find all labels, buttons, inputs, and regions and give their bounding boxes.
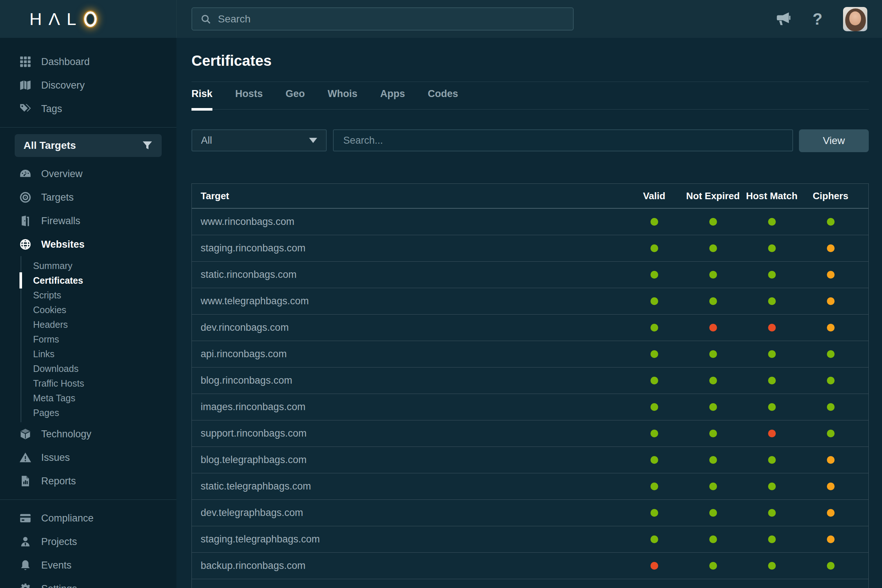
table-row[interactable]: static.telegraphbags.com — [192, 473, 868, 500]
subnav-item-downloads[interactable]: Downloads — [21, 361, 176, 376]
table-row[interactable]: blog.telegraphbags.com — [192, 447, 868, 473]
status-dot-green — [768, 483, 776, 490]
status-dot-cell — [801, 456, 860, 464]
status-dot-cell — [625, 562, 684, 570]
column-header-ciphers: Ciphers — [801, 190, 860, 202]
sidebar-item-websites[interactable]: Websites — [0, 232, 176, 256]
gauge-icon — [18, 168, 33, 180]
status-dot-cell — [625, 430, 684, 437]
help-button[interactable]: ? — [813, 11, 822, 27]
subnav-item-forms[interactable]: Forms — [21, 332, 176, 346]
person-icon — [18, 536, 33, 548]
sidebar-item-technology[interactable]: Technology — [0, 422, 176, 446]
subnav-item-headers[interactable]: Headers — [21, 317, 176, 332]
target-selector[interactable]: All Targets — [15, 134, 162, 157]
table-row[interactable]: static.rinconbags.com — [192, 261, 868, 288]
status-dot-green — [768, 562, 776, 570]
sidebar-item-label: Discovery — [41, 80, 85, 91]
target-cell: staging.rinconbags.com — [192, 243, 625, 254]
subnav-item-links[interactable]: Links — [21, 346, 176, 361]
table-row[interactable]: images.rinconbags.com — [192, 394, 868, 420]
sidebar-item-label: Dashboard — [41, 56, 90, 68]
global-search[interactable] — [192, 8, 574, 30]
sidebar-item-reports[interactable]: Reports — [0, 469, 176, 493]
status-dot-cell — [684, 271, 742, 279]
sidebar-item-targets[interactable]: Targets — [0, 186, 176, 209]
sidebar-item-discovery[interactable]: Discovery — [0, 74, 176, 97]
tab-apps[interactable]: Apps — [380, 88, 405, 101]
sidebar-item-compliance[interactable]: Compliance — [0, 506, 176, 530]
subnav-item-pages[interactable]: Pages — [21, 405, 176, 420]
tab-whois[interactable]: Whois — [328, 88, 358, 101]
global-search-input[interactable] — [218, 13, 565, 25]
status-dot-cell — [684, 483, 742, 490]
subnav-label: Headers — [33, 320, 68, 330]
subnav-item-traffic-hosts[interactable]: Traffic Hosts — [21, 376, 176, 391]
sidebar-item-issues[interactable]: Issues — [0, 446, 176, 469]
table-row[interactable]: staging.telegraphbags.com — [192, 526, 868, 552]
tab-geo[interactable]: Geo — [285, 88, 305, 101]
table-row[interactable]: www.telegraphbags.com — [192, 288, 868, 314]
sidebar-item-events[interactable]: Events — [0, 554, 176, 577]
sidebar-item-overview[interactable]: Overview — [0, 162, 176, 186]
sidebar-item-dashboard[interactable]: Dashboard — [0, 50, 176, 74]
status-dot-green — [768, 244, 776, 252]
status-dot-cell — [742, 430, 801, 437]
status-dot-red — [768, 430, 776, 437]
status-dot-cell — [684, 430, 742, 437]
sidebar-item-label: Tags — [41, 103, 62, 115]
sidebar-item-label: Issues — [41, 452, 70, 464]
status-dot-green — [651, 271, 658, 279]
table-row[interactable] — [192, 579, 868, 588]
subnav-item-meta-tags[interactable]: Meta Tags — [21, 391, 176, 405]
table-search-input[interactable] — [333, 129, 793, 152]
status-dot-green — [709, 562, 717, 570]
status-dot-cell — [801, 350, 860, 358]
sidebar-item-settings[interactable]: Settings — [0, 577, 176, 588]
table-body: www.rinconbags.com staging.rinconbags.co… — [192, 208, 868, 588]
filter-dropdown[interactable]: All — [192, 129, 327, 152]
subnav-item-certificates[interactable]: Certificates — [21, 273, 176, 288]
user-avatar[interactable] — [843, 7, 867, 31]
table-row[interactable]: support.rinconbags.com — [192, 420, 868, 447]
table-row[interactable]: api.rinconbags.com — [192, 340, 868, 367]
target-cell: blog.rinconbags.com — [192, 375, 625, 386]
sidebar-item-label: Projects — [41, 536, 77, 548]
status-dot-orange — [827, 509, 835, 517]
table-row[interactable]: dev.rinconbags.com — [192, 314, 868, 340]
status-dot-cell — [742, 456, 801, 464]
sidebar-item-tags[interactable]: Tags — [0, 97, 176, 120]
status-dot-green — [827, 430, 835, 437]
question-icon: ? — [813, 11, 822, 27]
sidebar-item-firewalls[interactable]: Firewalls — [0, 209, 176, 232]
tab-codes[interactable]: Codes — [428, 88, 458, 101]
status-dot-cell — [742, 403, 801, 411]
table-row[interactable]: www.rinconbags.com — [192, 208, 868, 235]
target-cell: support.rinconbags.com — [192, 428, 625, 439]
grid-icon — [18, 56, 33, 68]
status-dot-green — [651, 509, 658, 517]
status-dot-cell — [742, 350, 801, 358]
subnav-item-summary[interactable]: Summary — [21, 258, 176, 273]
status-dot-green — [651, 350, 658, 358]
subnav-item-scripts[interactable]: Scripts — [21, 288, 176, 303]
table-row[interactable]: backup.rinconbags.com — [192, 552, 868, 579]
table-row[interactable]: dev.telegraphbags.com — [192, 500, 868, 526]
view-button[interactable]: View — [799, 129, 869, 152]
table-row[interactable]: blog.rinconbags.com — [192, 367, 868, 394]
tab-hosts[interactable]: Hosts — [235, 88, 263, 101]
subnav-item-cookies[interactable]: Cookies — [21, 303, 176, 317]
status-dot-green — [709, 509, 717, 517]
status-dot-green — [651, 456, 658, 464]
status-dot-green — [651, 244, 658, 252]
brand-logo[interactable]: HΛL — [29, 9, 97, 29]
sidebar-item-projects[interactable]: Projects — [0, 530, 176, 554]
status-dot-cell — [625, 297, 684, 305]
tab-risk[interactable]: Risk — [192, 88, 212, 101]
announcements-button[interactable] — [775, 12, 792, 27]
status-dot-green — [768, 376, 776, 384]
table-row[interactable]: staging.rinconbags.com — [192, 235, 868, 261]
status-dot-cell — [801, 403, 860, 411]
status-dot-cell — [801, 271, 860, 279]
chevron-down-icon — [309, 138, 317, 143]
